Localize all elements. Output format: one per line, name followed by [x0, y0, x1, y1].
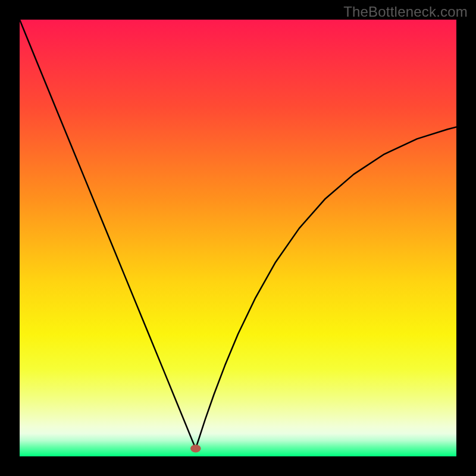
- watermark-text: TheBottleneck.com: [343, 4, 468, 20]
- chart-background: [20, 20, 456, 456]
- minimum-marker-icon: [190, 444, 201, 452]
- chart-svg: [20, 20, 456, 456]
- chart-frame: TheBottleneck.com: [0, 0, 476, 476]
- chart-plot-area: [20, 20, 456, 456]
